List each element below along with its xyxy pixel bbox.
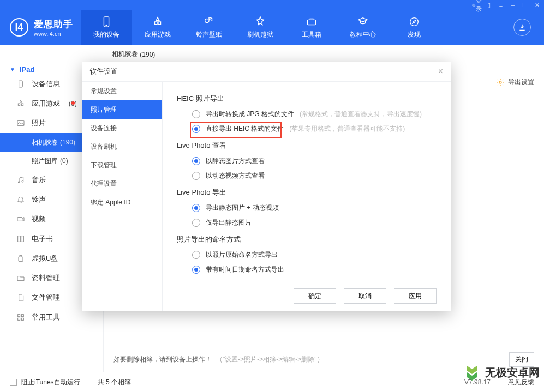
radio-icon <box>192 110 200 118</box>
svg-rect-10 <box>17 218 22 221</box>
file-icon <box>16 293 25 302</box>
chevron-down-icon: ▼ <box>10 67 15 73</box>
photo-icon <box>16 119 25 128</box>
apps-icon <box>152 16 164 28</box>
sidebar-sub-label: 相机胶卷 <box>32 138 58 147</box>
nav-flash[interactable]: 刷机越狱 <box>235 10 286 45</box>
feedback-link[interactable]: 意见反馈 <box>508 378 534 387</box>
svg-rect-16 <box>21 318 23 320</box>
book-icon <box>16 234 25 243</box>
menu-icon[interactable]: ≡ <box>497 1 505 9</box>
svg-rect-14 <box>21 315 23 317</box>
sidebar-item-label: 视频 <box>32 214 46 224</box>
nav-ring[interactable]: 铃声壁纸 <box>183 10 235 45</box>
modal-side-proxy[interactable]: 代理设置 <box>82 174 162 193</box>
modal-close-button[interactable]: × <box>438 67 443 76</box>
modal-side-appleid[interactable]: 绑定 Apple ID <box>82 193 162 212</box>
option-liveexport-both[interactable]: 导出静态图片 + 动态视频 <box>177 201 437 215</box>
option-liveexport-static[interactable]: 仅导出静态图片 <box>177 215 437 230</box>
sidebar-item-label: 音乐 <box>32 175 46 185</box>
nav-apps[interactable]: 应用游戏 <box>132 10 183 45</box>
apply-button[interactable]: 应用 <box>394 288 437 304</box>
svg-rect-2 <box>308 20 316 25</box>
brand-name: 爱思助手 <box>34 18 73 31</box>
minimize-icon[interactable]: – <box>509 1 517 9</box>
top-nav: 我的设备 应用游戏 铃声壁纸 刷机越狱 工具箱 教程中心 发现 <box>81 10 440 45</box>
tutorial-icon <box>357 16 369 28</box>
window-titlebar: ⎆ 登录 ▯ ≡ – ☐ ✕ <box>0 0 544 10</box>
close-window-icon[interactable]: ✕ <box>533 1 541 9</box>
modal-side-devflash[interactable]: 设备刷机 <box>82 137 162 156</box>
option-label: 以静态图片方式查看 <box>206 156 265 166</box>
modal-sidebar: 常规设置 照片管理 设备连接 设备刷机 下载管理 代理设置 绑定 Apple I… <box>82 82 163 311</box>
block-itunes-checkbox[interactable] <box>10 379 17 386</box>
ok-button[interactable]: 确定 <box>294 288 336 304</box>
option-heic-direct[interactable]: 直接导出 HEIC 格式的文件 (苹果专用格式，普通查看器可能不支持) <box>177 122 437 136</box>
block-itunes-label: 阻止iTunes自动运行 <box>21 378 80 387</box>
svg-rect-15 <box>18 318 20 320</box>
nav-label: 工具箱 <box>302 30 321 39</box>
skin-icon[interactable]: ▯ <box>485 1 493 9</box>
download-button[interactable] <box>513 19 531 36</box>
nav-tools[interactable]: 工具箱 <box>286 10 337 45</box>
gear-icon <box>496 78 505 87</box>
svg-rect-13 <box>18 315 20 317</box>
sidebar-item-label: 设备信息 <box>32 79 60 89</box>
cancel-button[interactable]: 取消 <box>344 288 386 304</box>
login-label: 登录 <box>476 0 482 13</box>
nav-tutorial[interactable]: 教程中心 <box>337 10 388 45</box>
brand-site: www.i4.cn <box>34 31 73 37</box>
login-link[interactable]: ⎆ 登录 <box>473 1 481 9</box>
download-icon <box>518 23 527 32</box>
option-label: 导出静态图片 + 动态视频 <box>206 203 279 213</box>
notification-dot-icon <box>71 101 75 105</box>
tab-camera-roll[interactable]: 相机胶卷 (190) <box>104 45 163 64</box>
modal-actions: 确定 取消 应用 <box>177 283 437 304</box>
maximize-icon[interactable]: ☐ <box>521 1 529 9</box>
svg-rect-4 <box>19 81 23 87</box>
modal-side-conn[interactable]: 设备连接 <box>82 119 162 137</box>
modal-side-download[interactable]: 下载管理 <box>82 156 162 174</box>
svg-point-9 <box>22 180 23 182</box>
radio-icon <box>192 219 200 227</box>
option-naming-original[interactable]: 以照片原始命名方式导出 <box>177 248 437 262</box>
nav-device[interactable]: 我的设备 <box>81 10 132 45</box>
bell-icon <box>16 195 25 204</box>
modal-titlebar: 软件设置 × <box>82 62 451 81</box>
svg-point-8 <box>18 182 20 183</box>
svg-rect-6 <box>21 104 23 105</box>
device-icon <box>100 16 112 28</box>
option-liveview-video[interactable]: 以动态视频方式查看 <box>177 168 437 183</box>
modal-side-photo[interactable]: 照片管理 <box>82 100 162 119</box>
nav-label: 刷机越狱 <box>247 30 273 39</box>
hint-close-button[interactable]: 关闭 <box>509 352 534 367</box>
sidebar-item-label: 文件管理 <box>32 293 60 303</box>
modal-side-general[interactable]: 常规设置 <box>82 82 162 100</box>
hint-bar: 如要删除相簿，请到设备上操作！ （"设置->照片->相簿->编辑->删除"） 关… <box>111 347 536 372</box>
music-icon <box>16 176 25 184</box>
nav-label: 教程中心 <box>350 30 376 39</box>
export-settings-button[interactable]: 导出设置 <box>496 77 534 87</box>
nav-label: 发现 <box>408 30 421 39</box>
sidebar-sub-label: 照片图库 <box>32 156 58 166</box>
svg-rect-11 <box>19 257 23 261</box>
option-naming-datetime[interactable]: 带有时间日期命名方式导出 <box>177 262 437 277</box>
hint-text: 如要删除相簿，请到设备上操作！ <box>113 355 212 364</box>
ring-icon <box>203 16 215 28</box>
video-icon <box>16 215 25 224</box>
radio-icon <box>192 266 200 274</box>
section-naming-title: 照片导出的命名方式 <box>177 234 437 244</box>
discover-icon <box>408 16 420 28</box>
option-note: (苹果专用格式，普通查看器可能不支持) <box>289 124 405 134</box>
brand: i4 爱思助手 www.i4.cn <box>0 18 81 37</box>
option-heic-jpg[interactable]: 导出时转换成 JPG 格式的文件 (常规格式，普通查看器支持，导出速度慢) <box>177 107 437 122</box>
apps-icon <box>16 99 25 108</box>
option-label: 以动态视频方式查看 <box>206 171 265 180</box>
status-bar: 阻止iTunes自动运行 共 5 个相簿 V7.98.17 意见反馈 <box>0 372 544 392</box>
tools-icon <box>306 16 318 28</box>
option-liveview-static[interactable]: 以静态图片方式查看 <box>177 154 437 168</box>
option-note: (常规格式，普通查看器支持，导出速度慢) <box>300 110 422 119</box>
sidebar-item-label: 虚拟U盘 <box>32 254 58 263</box>
udisk-icon <box>16 254 25 263</box>
nav-discover[interactable]: 发现 <box>388 10 440 45</box>
